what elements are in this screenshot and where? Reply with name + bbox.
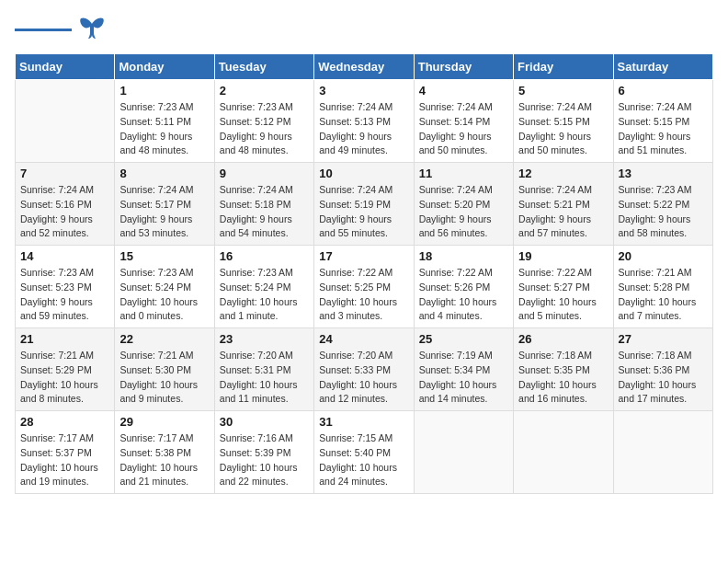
day-of-week-header: Friday	[514, 54, 613, 80]
calendar-day-cell	[613, 411, 712, 494]
day-info: Sunrise: 7:20 AMSunset: 5:31 PMDaylight:…	[220, 349, 309, 407]
calendar-day-cell: 23Sunrise: 7:20 AMSunset: 5:31 PMDayligh…	[214, 328, 313, 411]
calendar-header-row: SundayMondayTuesdayWednesdayThursdayFrid…	[16, 54, 713, 80]
logo-bird-icon	[77, 15, 107, 44]
calendar-day-cell: 12Sunrise: 7:24 AMSunset: 5:21 PMDayligh…	[514, 163, 613, 246]
day-number: 12	[518, 167, 608, 180]
calendar-day-cell: 18Sunrise: 7:22 AMSunset: 5:26 PMDayligh…	[414, 246, 513, 328]
logo-underline	[15, 29, 72, 31]
calendar-week-row: 7Sunrise: 7:24 AMSunset: 5:16 PMDaylight…	[16, 163, 713, 246]
day-number: 10	[319, 167, 408, 180]
calendar-day-cell: 15Sunrise: 7:23 AMSunset: 5:24 PMDayligh…	[115, 246, 214, 328]
day-info: Sunrise: 7:19 AMSunset: 5:34 PMDaylight:…	[419, 349, 508, 407]
day-number: 31	[319, 415, 408, 429]
day-number: 18	[419, 249, 508, 263]
day-info: Sunrise: 7:17 AMSunset: 5:37 PMDaylight:…	[20, 431, 109, 489]
calendar-day-cell: 3Sunrise: 7:24 AMSunset: 5:13 PMDaylight…	[314, 80, 414, 163]
day-number: 14	[20, 249, 109, 263]
calendar-day-cell	[414, 411, 513, 494]
calendar-table: SundayMondayTuesdayWednesdayThursdayFrid…	[15, 53, 713, 494]
day-number: 28	[20, 415, 109, 429]
calendar-day-cell: 29Sunrise: 7:17 AMSunset: 5:38 PMDayligh…	[115, 411, 214, 494]
calendar-day-cell	[514, 411, 613, 494]
day-info: Sunrise: 7:23 AMSunset: 5:11 PMDaylight:…	[119, 100, 209, 158]
calendar-week-row: 1Sunrise: 7:23 AMSunset: 5:11 PMDaylight…	[16, 80, 713, 163]
page-header	[15, 15, 713, 44]
calendar-day-cell: 5Sunrise: 7:24 AMSunset: 5:15 PMDaylight…	[514, 80, 613, 163]
day-number: 9	[220, 167, 309, 180]
day-info: Sunrise: 7:23 AMSunset: 5:22 PMDaylight:…	[619, 183, 708, 241]
calendar-day-cell: 8Sunrise: 7:24 AMSunset: 5:17 PMDaylight…	[115, 163, 214, 246]
day-info: Sunrise: 7:21 AMSunset: 5:28 PMDaylight:…	[619, 266, 708, 324]
day-number: 23	[220, 332, 309, 346]
day-of-week-header: Sunday	[16, 54, 115, 80]
calendar-day-cell: 27Sunrise: 7:18 AMSunset: 5:36 PMDayligh…	[613, 328, 712, 411]
day-info: Sunrise: 7:24 AMSunset: 5:13 PMDaylight:…	[319, 100, 408, 158]
calendar-day-cell: 6Sunrise: 7:24 AMSunset: 5:15 PMDaylight…	[613, 80, 712, 163]
day-number: 7	[20, 167, 109, 180]
day-number: 8	[119, 167, 209, 180]
calendar-day-cell: 9Sunrise: 7:24 AMSunset: 5:18 PMDaylight…	[214, 163, 313, 246]
day-of-week-header: Saturday	[613, 54, 712, 80]
calendar-day-cell: 10Sunrise: 7:24 AMSunset: 5:19 PMDayligh…	[314, 163, 414, 246]
day-number: 24	[319, 332, 408, 346]
calendar-day-cell: 14Sunrise: 7:23 AMSunset: 5:23 PMDayligh…	[16, 246, 115, 328]
calendar-day-cell: 31Sunrise: 7:15 AMSunset: 5:40 PMDayligh…	[314, 411, 414, 494]
day-number: 20	[619, 249, 708, 263]
day-info: Sunrise: 7:18 AMSunset: 5:36 PMDaylight:…	[619, 349, 708, 407]
day-number: 1	[119, 84, 209, 98]
day-info: Sunrise: 7:23 AMSunset: 5:12 PMDaylight:…	[220, 100, 309, 158]
calendar-day-cell: 17Sunrise: 7:22 AMSunset: 5:25 PMDayligh…	[314, 246, 414, 328]
calendar-day-cell: 22Sunrise: 7:21 AMSunset: 5:30 PMDayligh…	[115, 328, 214, 411]
day-info: Sunrise: 7:22 AMSunset: 5:25 PMDaylight:…	[319, 266, 408, 324]
day-info: Sunrise: 7:21 AMSunset: 5:30 PMDaylight:…	[119, 349, 209, 407]
day-info: Sunrise: 7:15 AMSunset: 5:40 PMDaylight:…	[319, 431, 408, 489]
day-info: Sunrise: 7:23 AMSunset: 5:23 PMDaylight:…	[20, 266, 109, 324]
calendar-day-cell: 1Sunrise: 7:23 AMSunset: 5:11 PMDaylight…	[115, 80, 214, 163]
day-info: Sunrise: 7:22 AMSunset: 5:26 PMDaylight:…	[419, 266, 508, 324]
day-info: Sunrise: 7:23 AMSunset: 5:24 PMDaylight:…	[220, 266, 309, 324]
day-number: 13	[619, 167, 708, 180]
calendar-day-cell: 21Sunrise: 7:21 AMSunset: 5:29 PMDayligh…	[16, 328, 115, 411]
day-info: Sunrise: 7:24 AMSunset: 5:15 PMDaylight:…	[518, 100, 608, 158]
day-number: 5	[518, 84, 608, 98]
day-of-week-header: Thursday	[414, 54, 513, 80]
calendar-week-row: 21Sunrise: 7:21 AMSunset: 5:29 PMDayligh…	[16, 328, 713, 411]
day-number: 16	[220, 249, 309, 263]
day-info: Sunrise: 7:24 AMSunset: 5:14 PMDaylight:…	[419, 100, 508, 158]
calendar-day-cell: 11Sunrise: 7:24 AMSunset: 5:20 PMDayligh…	[414, 163, 513, 246]
calendar-day-cell: 2Sunrise: 7:23 AMSunset: 5:12 PMDaylight…	[214, 80, 313, 163]
logo	[15, 15, 107, 44]
calendar-day-cell: 24Sunrise: 7:20 AMSunset: 5:33 PMDayligh…	[314, 328, 414, 411]
day-number: 26	[518, 332, 608, 346]
calendar-day-cell: 26Sunrise: 7:18 AMSunset: 5:35 PMDayligh…	[514, 328, 613, 411]
calendar-day-cell: 25Sunrise: 7:19 AMSunset: 5:34 PMDayligh…	[414, 328, 513, 411]
day-info: Sunrise: 7:21 AMSunset: 5:29 PMDaylight:…	[20, 349, 109, 407]
day-info: Sunrise: 7:17 AMSunset: 5:38 PMDaylight:…	[119, 431, 209, 489]
day-info: Sunrise: 7:24 AMSunset: 5:18 PMDaylight:…	[220, 183, 309, 241]
day-number: 21	[20, 332, 109, 346]
day-number: 29	[119, 415, 209, 429]
day-info: Sunrise: 7:24 AMSunset: 5:15 PMDaylight:…	[619, 100, 708, 158]
day-info: Sunrise: 7:24 AMSunset: 5:16 PMDaylight:…	[20, 183, 109, 241]
calendar-day-cell: 7Sunrise: 7:24 AMSunset: 5:16 PMDaylight…	[16, 163, 115, 246]
calendar-day-cell: 4Sunrise: 7:24 AMSunset: 5:14 PMDaylight…	[414, 80, 513, 163]
day-info: Sunrise: 7:24 AMSunset: 5:19 PMDaylight:…	[319, 183, 408, 241]
day-info: Sunrise: 7:20 AMSunset: 5:33 PMDaylight:…	[319, 349, 408, 407]
day-number: 22	[119, 332, 209, 346]
calendar-day-cell: 13Sunrise: 7:23 AMSunset: 5:22 PMDayligh…	[613, 163, 712, 246]
calendar-day-cell: 28Sunrise: 7:17 AMSunset: 5:37 PMDayligh…	[16, 411, 115, 494]
day-number: 11	[419, 167, 508, 180]
calendar-day-cell: 20Sunrise: 7:21 AMSunset: 5:28 PMDayligh…	[613, 246, 712, 328]
day-number: 3	[319, 84, 408, 98]
day-info: Sunrise: 7:24 AMSunset: 5:21 PMDaylight:…	[518, 183, 608, 241]
day-number: 17	[319, 249, 408, 263]
day-number: 15	[119, 249, 209, 263]
calendar-day-cell	[16, 80, 115, 163]
day-of-week-header: Tuesday	[214, 54, 313, 80]
day-info: Sunrise: 7:24 AMSunset: 5:17 PMDaylight:…	[119, 183, 209, 241]
day-info: Sunrise: 7:23 AMSunset: 5:24 PMDaylight:…	[119, 266, 209, 324]
day-of-week-header: Monday	[115, 54, 214, 80]
day-info: Sunrise: 7:22 AMSunset: 5:27 PMDaylight:…	[518, 266, 608, 324]
day-of-week-header: Wednesday	[314, 54, 414, 80]
